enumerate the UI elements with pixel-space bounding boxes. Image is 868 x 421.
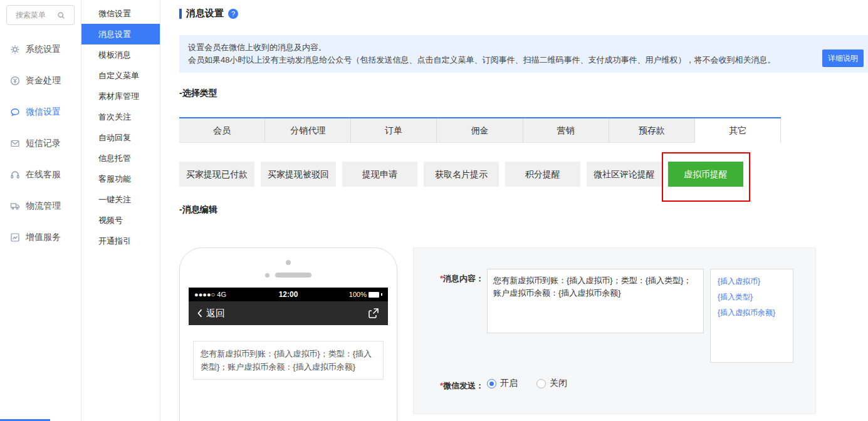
section-message-edit: -消息编辑 xyxy=(179,204,217,216)
submenu-item-one-key-follow[interactable]: 一键关注 xyxy=(81,189,160,210)
wechat-send-options: 开启 关闭 xyxy=(487,378,586,389)
sidebar-item-online-service[interactable]: 在线客服 xyxy=(0,159,81,190)
sidebar-item-label: 在线客服 xyxy=(26,169,61,180)
search-icon xyxy=(57,11,65,19)
tab-marketing[interactable]: 营销 xyxy=(523,118,609,143)
sidebar-item-system-settings[interactable]: 系统设置 xyxy=(0,34,81,65)
btn-points-reminder[interactable]: 积分提醒 xyxy=(505,162,580,187)
notice-box: 设置会员在微信上收到的消息及内容。 会员如果48小时以上没有主动发消息给公众号（… xyxy=(179,35,868,73)
sidebar-item-label: 微信设置 xyxy=(26,107,61,118)
tab-member[interactable]: 会员 xyxy=(179,118,265,143)
sidebar-item-label: 增值服务 xyxy=(26,232,61,243)
phone-speaker xyxy=(265,273,311,278)
sidebar-item-wechat-settings[interactable]: 微信设置 xyxy=(0,96,81,128)
sidebar-item-sms-records[interactable]: 短信记录 xyxy=(0,128,81,159)
title-accent-bar xyxy=(179,9,182,19)
insert-type-link[interactable]: {插入类型} xyxy=(718,289,786,305)
preview-message-card: 您有新虚拟币到账：{插入虚拟币}；类型：{插入类型}；账户虚拟币余额：{插入虚拟… xyxy=(193,341,384,380)
sidebar-item-label: 系统设置 xyxy=(26,44,61,55)
radio-on-dot xyxy=(487,379,496,388)
insert-variables-panel: {插入虚拟币} {插入类型} {插入虚拟币余额} xyxy=(710,269,793,363)
btn-community-comment-reminder[interactable]: 微社区评论提醒 xyxy=(587,162,662,187)
headset-icon xyxy=(9,170,20,180)
wechat-chat-bubble-icon xyxy=(9,107,20,118)
submenu-item-custom-menu[interactable]: 自定义菜单 xyxy=(81,65,160,86)
content-label: *消息内容： xyxy=(424,273,484,284)
submenu-item-material-library[interactable]: 素材库管理 xyxy=(81,86,160,107)
back-button[interactable]: 返回 xyxy=(197,308,225,320)
notice-line2: 会员如果48小时以上没有主动发消息给公众号（包括发送信息、点击自定义菜单、订阅事… xyxy=(188,54,859,66)
submenu-item-service-function[interactable]: 客服功能 xyxy=(81,169,160,189)
radio-on[interactable]: 开启 xyxy=(487,378,518,389)
radio-off-label: 关闭 xyxy=(550,378,567,389)
sidebar-item-logistics[interactable]: 物流管理 xyxy=(0,190,81,222)
submenu-item-guide[interactable]: 开通指引 xyxy=(81,231,160,251)
sidebar-item-funds-processing[interactable]: 资金处理 xyxy=(0,65,81,96)
submenu-item-info-hosting[interactable]: 信息托管 xyxy=(81,148,160,169)
message-edit-form: *消息内容： 您有新虚拟币到账：{插入虚拟币}；类型：{插入类型}； 账户虚拟币… xyxy=(413,247,816,414)
tab-distribution-agent[interactable]: 分销代理 xyxy=(265,118,351,143)
search-input[interactable] xyxy=(16,11,55,19)
submenu-item-template-message[interactable]: 模板消息 xyxy=(81,44,160,65)
phone-navbar: 返回 xyxy=(189,301,388,325)
wechat-send-label: *微信发送： xyxy=(424,380,484,392)
truck-icon xyxy=(9,201,20,212)
submenu-item-first-follow[interactable]: 首次关注 xyxy=(81,107,160,127)
main-content: 消息设置 ? 设置会员在微信上收到的消息及内容。 会员如果48小时以上没有主动发… xyxy=(160,0,868,421)
btn-get-card-tip[interactable]: 获取名片提示 xyxy=(424,162,499,187)
primary-sidebar: 系统设置 资金处理 微信设置 短信记录 在线客服 物流管理 增值 xyxy=(0,0,81,421)
sidebar-item-value-added[interactable]: 增值服务 xyxy=(0,222,81,253)
radio-on-label: 开启 xyxy=(500,378,518,389)
chevron-left-icon xyxy=(197,308,203,318)
phone-preview: ●●●●○ 4G 12:00 100% 返回 您有新虚拟币到账：{插入虚拟币}；… xyxy=(179,247,397,421)
submenu-item-wechat-settings[interactable]: 微信设置 xyxy=(81,3,160,24)
btn-withdraw-apply[interactable]: 提现申请 xyxy=(342,162,417,187)
yen-circle-icon xyxy=(9,76,20,86)
help-icon[interactable]: ? xyxy=(228,9,238,19)
radio-off-dot xyxy=(536,379,546,388)
page-title-text: 消息设置 xyxy=(186,8,224,19)
line-chart-icon xyxy=(9,232,20,243)
btn-withdraw-rejected[interactable]: 买家提现被驳回 xyxy=(261,162,336,187)
battery-nub xyxy=(381,293,382,296)
share-button[interactable] xyxy=(367,307,380,320)
insert-virtual-coin-link[interactable]: {插入虚拟币} xyxy=(718,274,786,289)
tab-other[interactable]: 其它 xyxy=(695,118,781,143)
back-label: 返回 xyxy=(206,308,225,320)
message-content-textarea[interactable]: 您有新虚拟币到账：{插入虚拟币}；类型：{插入类型}； 账户虚拟币余额：{插入虚… xyxy=(487,269,704,333)
phone-speaker-bar xyxy=(275,273,311,278)
message-type-tabs: 会员 分销代理 订单 佣金 营销 预存款 其它 xyxy=(179,117,781,143)
sidebar-item-label: 物流管理 xyxy=(26,200,61,212)
battery-icon xyxy=(369,292,379,298)
virtual-coin-button-wrap: 虚拟币提醒 xyxy=(668,162,743,187)
insert-balance-link[interactable]: {插入虚拟币余额} xyxy=(718,305,786,321)
phone-sensor-dot xyxy=(265,273,269,278)
wechat-settings-submenu: 微信设置 消息设置 模板消息 自定义菜单 素材库管理 首次关注 自动回复 信息托… xyxy=(81,0,160,421)
btn-virtual-coin-reminder[interactable]: 虚拟币提醒 xyxy=(668,162,743,187)
detail-explain-button[interactable]: 详细说明 xyxy=(822,49,864,67)
phone-statusbar: ●●●●○ 4G 12:00 100% xyxy=(189,288,388,301)
share-arrow-icon xyxy=(367,307,380,320)
btn-withdraw-paid[interactable]: 买家提现已付款 xyxy=(179,162,254,187)
radio-off[interactable]: 关闭 xyxy=(536,378,567,389)
notice-line1: 设置会员在微信上收到的消息及内容。 xyxy=(188,41,859,54)
menu-search-box[interactable] xyxy=(6,5,75,25)
submenu-item-auto-reply[interactable]: 自动回复 xyxy=(81,127,160,148)
gear-icon xyxy=(9,44,20,55)
sidebar-item-label: 短信记录 xyxy=(26,138,61,149)
sidebar-item-label: 资金处理 xyxy=(26,75,61,86)
signal-indicator: ●●●●○ 4G xyxy=(194,291,257,298)
section-select-type: -选择类型 xyxy=(179,88,217,99)
tab-prestore[interactable]: 预存款 xyxy=(609,118,695,143)
tab-order[interactable]: 订单 xyxy=(351,118,437,143)
battery-percent: 100% xyxy=(349,291,367,298)
phone-camera-dot xyxy=(286,260,291,265)
statusbar-time: 12:00 xyxy=(257,290,320,299)
page-title: 消息设置 ? xyxy=(179,8,238,19)
message-type-buttons: 买家提现已付款 买家提现被驳回 提现申请 获取名片提示 积分提醒 微社区评论提醒… xyxy=(179,162,743,187)
submenu-item-video-account[interactable]: 视频号 xyxy=(81,210,160,231)
envelope-icon xyxy=(9,138,20,149)
submenu-item-message-settings[interactable]: 消息设置 xyxy=(81,24,160,44)
tab-commission[interactable]: 佣金 xyxy=(437,118,523,143)
battery-zone: 100% xyxy=(320,291,382,298)
